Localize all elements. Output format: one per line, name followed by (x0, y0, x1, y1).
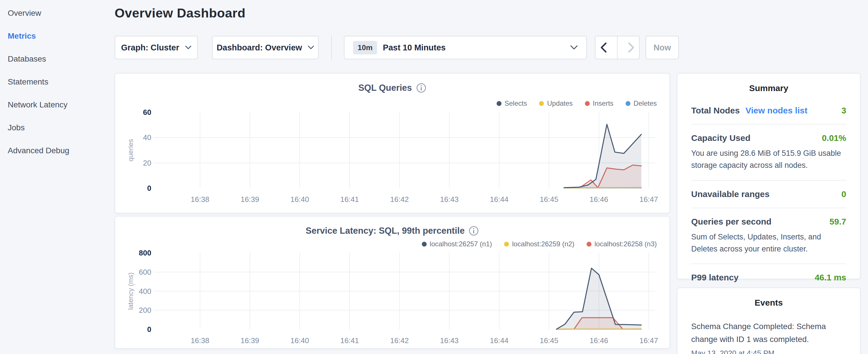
sidebar-item-overview[interactable]: Overview (8, 3, 115, 26)
svg-text:16:45: 16:45 (539, 336, 558, 345)
legend-dot (422, 242, 427, 247)
pager-divider (617, 36, 618, 59)
chevron-down-icon (308, 45, 314, 50)
svg-text:16:47: 16:47 (639, 336, 658, 345)
event-text: Schema Change Completed: Schema change w… (691, 320, 846, 346)
dashboard-dropdown[interactable]: Dashboard: Overview (212, 36, 319, 59)
legend-dot (504, 242, 509, 247)
service-latency-chart[interactable]: 020040060080016:3816:3916:4016:4116:4216… (125, 248, 664, 354)
summary-row-label: Total Nodes (691, 106, 740, 116)
now-button[interactable]: Now (646, 36, 679, 59)
chart-title: SQL Queries (115, 83, 670, 93)
legend-label: Deletes (633, 99, 657, 107)
graph-scope-dropdown[interactable]: Graph: Cluster (115, 36, 198, 59)
svg-text:16:39: 16:39 (241, 195, 259, 204)
sidebar-item-network-latency[interactable]: Network Latency (8, 95, 115, 118)
summary-row-p99-latency: P99 latency 46.1 ms (691, 273, 846, 282)
page-title: Overview Dashboard (115, 6, 246, 21)
legend-item: localhost:26257 (n1) (422, 240, 492, 248)
svg-text:60: 60 (143, 108, 151, 117)
summary-row-label: Unavailable ranges (691, 189, 769, 199)
summary-row-value: 46.1 ms (815, 273, 846, 282)
svg-text:16:45: 16:45 (539, 195, 558, 204)
sql-queries-chart[interactable]: 020406016:3816:3916:4016:4116:4216:4316:… (125, 108, 664, 215)
svg-text:16:39: 16:39 (241, 336, 259, 345)
legend-item: Inserts (585, 99, 614, 107)
sidebar-item-statements[interactable]: Statements (8, 72, 115, 95)
svg-text:16:46: 16:46 (589, 195, 608, 204)
legend-item: localhost:26258 (n3) (587, 240, 657, 248)
svg-text:600: 600 (139, 268, 151, 277)
time-range-label: Past 10 Minutes (383, 43, 445, 53)
svg-text:16:41: 16:41 (340, 336, 359, 345)
summary-row-capacity-used: Capacity Used 0.01% (691, 133, 846, 143)
time-forward-button[interactable] (623, 36, 639, 59)
summary-title: Summary (691, 83, 846, 93)
metrics-page: Overview Metrics Databases Statements Ne… (0, 0, 868, 354)
time-back-button[interactable] (595, 36, 611, 59)
divider (691, 180, 846, 181)
summary-row-label: P99 latency (691, 273, 739, 282)
summary-row-value: 59.7 (830, 217, 846, 227)
svg-text:16:44: 16:44 (490, 336, 508, 345)
event-list-item[interactable]: Schema Change Completed: Schema change w… (691, 320, 846, 354)
chevron-down-icon (185, 45, 191, 50)
legend-dot (585, 101, 590, 106)
time-range-selector[interactable]: 10m Past 10 Minutes (344, 36, 587, 59)
time-pager (595, 36, 640, 59)
svg-text:16:41: 16:41 (340, 195, 359, 204)
svg-text:16:47: 16:47 (639, 195, 658, 204)
svg-text:200: 200 (139, 306, 151, 315)
summary-panel: Summary Total Nodes View nodes list 3 Ca… (677, 73, 861, 279)
svg-text:16:38: 16:38 (191, 195, 209, 204)
summary-row-queries-per-second: Queries per second 59.7 (691, 217, 846, 227)
legend-label: Inserts (593, 99, 614, 107)
legend-item: Selects (497, 99, 527, 107)
svg-text:0: 0 (147, 184, 151, 192)
sql-queries-chart-card: SQL Queries SelectsUpdatesInsertsDeletes… (115, 73, 670, 213)
sidebar: Overview Metrics Databases Statements Ne… (0, 0, 115, 163)
controls-divider (331, 35, 332, 60)
sidebar-item-jobs[interactable]: Jobs (8, 118, 115, 140)
divider (691, 124, 846, 125)
info-icon[interactable] (416, 83, 426, 93)
legend-label: Updates (547, 99, 572, 107)
summary-row-description: Sum of Selects, Updates, Inserts, and De… (691, 231, 846, 255)
svg-text:16:42: 16:42 (390, 195, 409, 204)
legend-dot (497, 101, 501, 106)
legend-label: localhost:26259 (n2) (512, 240, 574, 248)
time-range-badge: 10m (353, 41, 377, 55)
info-icon[interactable] (468, 226, 479, 236)
chevron-right-icon (628, 42, 634, 53)
svg-text:800: 800 (139, 249, 151, 257)
sidebar-item-metrics[interactable]: Metrics (8, 26, 115, 49)
summary-row-label: Capacity Used (691, 133, 750, 143)
svg-text:20: 20 (143, 159, 151, 167)
chart-title-text: Service Latency: SQL, 99th percentile (306, 226, 465, 236)
svg-text:16:43: 16:43 (440, 195, 459, 204)
dashboard-dropdown-label: Dashboard: Overview (217, 43, 302, 53)
sidebar-item-advanced-debug[interactable]: Advanced Debug (8, 140, 115, 163)
chart-title: Service Latency: SQL, 99th percentile (115, 226, 670, 236)
legend-dot (539, 101, 544, 106)
chevron-down-icon (570, 45, 578, 50)
summary-row-value: 0 (841, 189, 846, 199)
legend-item: Deletes (626, 99, 657, 107)
svg-text:latency (ms): latency (ms) (127, 272, 134, 310)
chart-legend: localhost:26257 (n1)localhost:26259 (n2)… (422, 240, 657, 248)
view-nodes-list-link[interactable]: View nodes list (745, 106, 807, 116)
divider (691, 207, 846, 208)
svg-text:16:42: 16:42 (390, 336, 409, 345)
svg-text:16:43: 16:43 (440, 336, 459, 345)
service-latency-chart-card: Service Latency: SQL, 99th percentile lo… (115, 216, 670, 349)
svg-text:40: 40 (143, 133, 151, 142)
chart-title-text: SQL Queries (358, 83, 412, 93)
graph-scope-dropdown-label: Graph: Cluster (121, 43, 179, 53)
summary-row-label: Queries per second (691, 217, 771, 227)
divider (691, 263, 846, 264)
svg-text:16:44: 16:44 (490, 195, 508, 204)
summary-row-unavailable-ranges: Unavailable ranges 0 (691, 189, 846, 199)
summary-row-description: You are using 28.6 MiB of 515.9 GiB usab… (691, 148, 846, 171)
sidebar-item-databases[interactable]: Databases (8, 49, 115, 72)
summary-row-total-nodes: Total Nodes View nodes list 3 (691, 106, 846, 116)
